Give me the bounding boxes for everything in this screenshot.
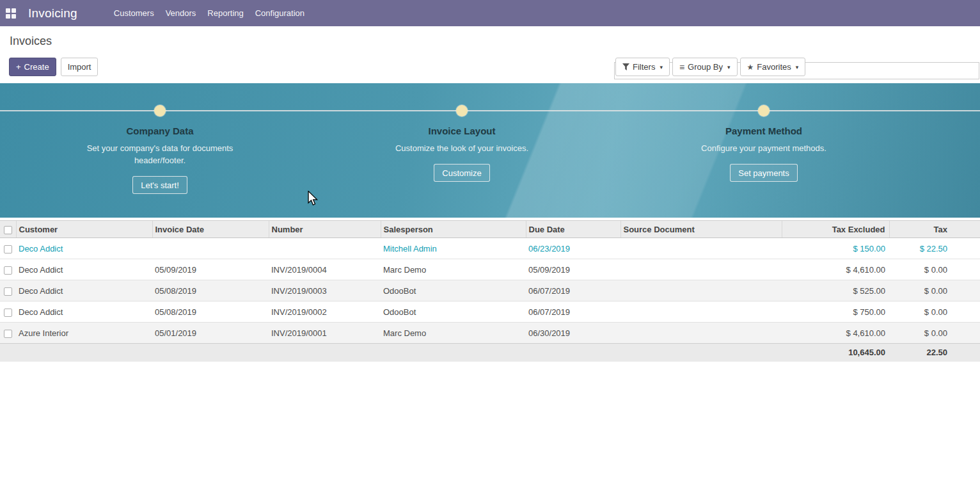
- lets-start-button[interactable]: Let's start!: [132, 176, 187, 194]
- chevron-down-icon: ▾: [727, 64, 731, 70]
- invoice-table-body: Deco AddictMitchell Admin06/23/2019$ 150…: [0, 238, 980, 344]
- cell-invoice-date[interactable]: 05/01/2019: [152, 323, 269, 344]
- cell-tax[interactable]: $ 0.00: [889, 259, 980, 280]
- cell-tax-excluded[interactable]: $ 4,610.00: [782, 259, 889, 280]
- table-header-row: Customer Invoice Date Number Salesperson…: [0, 221, 980, 238]
- cell-source-document[interactable]: [620, 238, 782, 259]
- step-dot-invoice-layout: [456, 105, 468, 116]
- menu-reporting[interactable]: Reporting: [202, 0, 249, 26]
- cell-tax[interactable]: $ 0.00: [889, 301, 980, 323]
- cell-due-date[interactable]: 06/07/2019: [526, 301, 620, 323]
- table-row[interactable]: Deco Addict05/08/2019INV/2019/0002OdooBo…: [0, 301, 980, 323]
- table-row[interactable]: Deco AddictMitchell Admin06/23/2019$ 150…: [0, 238, 980, 259]
- cell-select: [0, 259, 16, 280]
- cell-tax[interactable]: $ 0.00: [889, 323, 980, 344]
- cell-due-date[interactable]: 06/23/2019: [526, 238, 620, 259]
- cell-salesperson[interactable]: Mitchell Admin: [381, 238, 526, 259]
- action-buttons: + Create Import: [9, 58, 98, 76]
- row-checkbox[interactable]: [4, 287, 12, 296]
- cell-salesperson[interactable]: Marc Demo: [381, 259, 526, 280]
- cell-due-date[interactable]: 06/07/2019: [526, 280, 620, 301]
- cell-invoice-date[interactable]: [152, 238, 269, 259]
- cell-salesperson[interactable]: OdooBot: [381, 301, 526, 323]
- step-description: Customize the look of your invoices.: [388, 142, 535, 154]
- top-navbar: Invoicing Customers Vendors Reporting Co…: [0, 0, 980, 26]
- cell-invoice-date[interactable]: 05/09/2019: [152, 259, 269, 280]
- cell-tax[interactable]: $ 0.00: [889, 280, 980, 301]
- group-by-button[interactable]: ≡ Group By ▾: [672, 58, 738, 76]
- step-dot-payment-method: [758, 105, 770, 116]
- table-row[interactable]: Deco Addict05/09/2019INV/2019/0004Marc D…: [0, 259, 980, 280]
- page-title: Invoices: [10, 35, 52, 48]
- apps-menu-icon[interactable]: [6, 8, 16, 19]
- cell-source-document[interactable]: [620, 301, 782, 323]
- navbar-menu: Customers Vendors Reporting Configuratio…: [108, 0, 310, 26]
- column-header-salesperson[interactable]: Salesperson: [381, 221, 526, 238]
- cell-number[interactable]: INV/2019/0003: [269, 280, 381, 301]
- menu-vendors[interactable]: Vendors: [160, 0, 202, 26]
- table-row[interactable]: Deco Addict05/08/2019INV/2019/0003OdooBo…: [0, 280, 980, 301]
- cell-customer[interactable]: Deco Addict: [16, 280, 152, 301]
- customize-button[interactable]: Customize: [434, 164, 489, 182]
- column-header-due-date[interactable]: Due Date: [526, 221, 620, 238]
- set-payments-button[interactable]: Set payments: [730, 164, 798, 182]
- cell-number[interactable]: INV/2019/0002: [269, 301, 381, 323]
- row-checkbox[interactable]: [4, 309, 12, 317]
- favorites-button[interactable]: ★ Favorites ▾: [740, 58, 806, 76]
- table-row[interactable]: Azure Interior05/01/2019INV/2019/0001Mar…: [0, 323, 980, 344]
- cell-customer[interactable]: Azure Interior: [16, 323, 152, 344]
- create-button-label: Create: [24, 62, 49, 72]
- cell-invoice-date[interactable]: 05/08/2019: [152, 301, 269, 323]
- totals-row: 10,645.00 22.50: [0, 344, 980, 362]
- cell-salesperson[interactable]: OdooBot: [381, 280, 526, 301]
- row-checkbox[interactable]: [4, 245, 12, 253]
- menu-customers[interactable]: Customers: [108, 0, 160, 26]
- step-description: Set your company's data for documents he…: [86, 142, 233, 166]
- column-header-source-document[interactable]: Source Document: [620, 221, 782, 238]
- import-button[interactable]: Import: [61, 58, 99, 76]
- cell-number[interactable]: [269, 238, 381, 259]
- app-title[interactable]: Invoicing: [28, 6, 77, 20]
- filters-button[interactable]: Filters ▾: [615, 58, 670, 76]
- onboarding-step-payment-method: Payment Method Configure your payment me…: [613, 125, 915, 182]
- column-header-tax-excluded[interactable]: Tax Excluded: [782, 221, 889, 238]
- column-header-tax[interactable]: Tax: [889, 221, 980, 238]
- cell-customer[interactable]: Deco Addict: [16, 301, 152, 323]
- search-options: Filters ▾ ≡ Group By ▾ ★ Favorites ▾: [615, 58, 805, 76]
- column-header-customer[interactable]: Customer: [16, 221, 152, 238]
- cell-select: [0, 280, 16, 301]
- menu-configuration[interactable]: Configuration: [249, 0, 310, 26]
- column-header-number[interactable]: Number: [269, 221, 381, 238]
- cell-number[interactable]: INV/2019/0004: [269, 259, 381, 280]
- cell-customer[interactable]: Deco Addict: [16, 238, 152, 259]
- cell-tax[interactable]: $ 22.50: [889, 238, 980, 259]
- step-dot-company-data: [154, 105, 166, 116]
- filter-icon: [622, 63, 629, 70]
- cell-salesperson[interactable]: Marc Demo: [381, 323, 526, 344]
- cell-tax-excluded[interactable]: $ 150.00: [782, 238, 889, 259]
- cell-tax-excluded[interactable]: $ 750.00: [782, 301, 889, 323]
- cell-number[interactable]: INV/2019/0001: [269, 323, 381, 344]
- create-button[interactable]: + Create: [9, 58, 56, 76]
- column-header-invoice-date[interactable]: Invoice Date: [152, 221, 269, 238]
- row-checkbox[interactable]: [4, 330, 12, 338]
- cell-due-date[interactable]: 05/09/2019: [526, 259, 620, 280]
- step-title: Invoice Layout: [311, 125, 613, 136]
- onboarding-timeline: [0, 110, 980, 111]
- select-all-header: [0, 221, 16, 238]
- cell-source-document[interactable]: [620, 280, 782, 301]
- cell-source-document[interactable]: [620, 323, 782, 344]
- step-title: Payment Method: [613, 125, 915, 136]
- cell-due-date[interactable]: 06/30/2019: [526, 323, 620, 344]
- row-checkbox[interactable]: [4, 266, 12, 275]
- cell-tax-excluded[interactable]: $ 4,610.00: [782, 323, 889, 344]
- cell-invoice-date[interactable]: 05/08/2019: [152, 280, 269, 301]
- cell-tax-excluded[interactable]: $ 525.00: [782, 280, 889, 301]
- cell-source-document[interactable]: [620, 259, 782, 280]
- step-description: Configure your payment methods.: [690, 142, 837, 154]
- cell-customer[interactable]: Deco Addict: [16, 259, 152, 280]
- control-panel: Invoices + Create Import Filters ▾ ≡ Gro…: [0, 26, 980, 83]
- step-title: Company Data: [9, 125, 311, 136]
- cell-select: [0, 323, 16, 344]
- select-all-checkbox[interactable]: [4, 226, 12, 234]
